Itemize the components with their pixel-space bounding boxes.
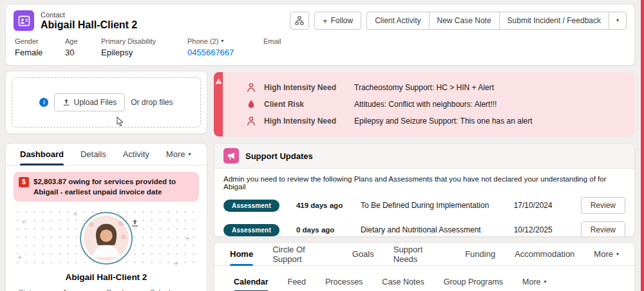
- alert-category: Client Risk: [264, 100, 346, 109]
- hierarchy-icon: [295, 16, 304, 25]
- assessment-badge: Assessment: [223, 200, 279, 212]
- high-intensity-need-icon: [246, 116, 256, 126]
- tab-circle-of-support[interactable]: Circle Of Support: [272, 243, 333, 265]
- upload-icon: [62, 99, 70, 106]
- alert-row[interactable]: High Intensity Need Epilepsy and Seizure…: [246, 116, 625, 126]
- avatar[interactable]: [84, 216, 129, 261]
- header-top-row: Contact Abigail Hall-Client 2 + Follow C…: [6, 5, 634, 32]
- more-actions-dropdown-button[interactable]: ▾: [609, 12, 627, 30]
- update-row: Assessment 419 days ago To Be Defined Du…: [214, 193, 634, 218]
- review-button[interactable]: Review: [581, 197, 625, 214]
- alert-row[interactable]: Client Risk Attitudes: Conflict with nei…: [246, 99, 625, 109]
- tab-support-needs[interactable]: Support Needs: [393, 243, 446, 265]
- subtab-group-programs[interactable]: Group Programs: [444, 272, 503, 291]
- plus-icon: +: [323, 17, 328, 25]
- follow-button[interactable]: + Follow: [314, 12, 361, 30]
- support-updates-description: Admin you need to review the following P…: [214, 169, 634, 193]
- tab-home[interactable]: Home: [230, 243, 253, 265]
- profile-name: Abigail Hall-Client 2: [6, 272, 207, 282]
- support-updates-header: Support Updates: [214, 144, 634, 169]
- field-value: Female: [15, 48, 65, 57]
- screen-edge-indicator: [641, 0, 644, 291]
- alert-text: Tracheostomy Support: HC > HIN + Alert: [354, 83, 494, 92]
- field-value: 30: [65, 48, 101, 57]
- chevron-down-icon: ▾: [616, 18, 619, 23]
- subtab-processes[interactable]: Processes: [325, 272, 363, 291]
- file-dropzone[interactable]: i Upload Files Or drop files: [12, 77, 201, 127]
- info-icon[interactable]: i: [39, 98, 48, 107]
- profile-tabs: Dashboard Details Activity More ▾: [6, 144, 207, 165]
- hierarchy-button[interactable]: [290, 12, 309, 30]
- tab-more-label: More: [594, 249, 613, 259]
- tab-more[interactable]: More ▾: [594, 243, 619, 265]
- alert-category: High Intensity Need: [264, 83, 346, 92]
- subtab-feed[interactable]: Feed: [288, 272, 307, 291]
- tab-accommodation[interactable]: Accommodation: [515, 243, 574, 265]
- update-name: To Be Defined During Implementation: [361, 201, 514, 210]
- chevron-down-icon[interactable]: ▾: [221, 39, 223, 44]
- contact-icon: [14, 10, 34, 31]
- tab-funding[interactable]: Funding: [465, 243, 495, 265]
- alert-row[interactable]: High Intensity Need Tracheostomy Support…: [246, 82, 625, 93]
- avatar-ring: [80, 212, 133, 265]
- follow-button-label: Follow: [330, 16, 353, 25]
- tab-details[interactable]: Details: [80, 144, 106, 165]
- phone-link[interactable]: 0455667667: [187, 48, 263, 57]
- field-label: Gender: [15, 37, 65, 45]
- chevron-down-icon: ▾: [616, 252, 619, 257]
- record-tabs-card: Home Circle Of Support Goals Support Nee…: [214, 242, 635, 291]
- avatar-zone: + + + + +: [14, 208, 199, 268]
- update-date: 10/12/2025: [514, 225, 581, 234]
- update-name: Dietary and Nutritional Assessment: [361, 225, 514, 234]
- stat-status: Status: [19, 288, 62, 291]
- tab-dashboard[interactable]: Dashboard: [20, 144, 64, 165]
- client-alerts-panel: High Intensity Need Tracheostomy Support…: [214, 72, 635, 136]
- alert-strip: [214, 72, 223, 136]
- stat-age: Age 30: [62, 288, 106, 291]
- update-row: Assessment 0 days ago Dietary and Nutrit…: [214, 218, 634, 237]
- stat-label: Age: [62, 288, 106, 291]
- record-subtabs: Calendar Feed Processes Case Notes Group…: [227, 272, 621, 291]
- client-activity-button[interactable]: Client Activity: [366, 12, 428, 30]
- submit-incident-feedback-button[interactable]: Submit Incident / Feedback: [499, 12, 609, 30]
- highlight-fields-row: Gender Female Age 30 Primary Disability …: [6, 32, 634, 57]
- plus-decoration: +: [73, 209, 78, 219]
- record-subtabs-wrap: Calendar Feed Processes Case Notes Group…: [227, 272, 621, 291]
- plus-decoration: +: [185, 234, 190, 243]
- stat-gender: Gender Female: [106, 288, 150, 291]
- header-actions: + Follow Client Activity New Case Note S…: [290, 12, 627, 30]
- subtab-more-label: More: [522, 277, 540, 286]
- avatar-upload-icon[interactable]: [131, 218, 139, 230]
- field-value: Epilepsy: [101, 48, 187, 57]
- new-case-note-button[interactable]: New Case Note: [429, 12, 499, 30]
- tab-goals[interactable]: Goals: [352, 243, 374, 265]
- subtab-case-notes[interactable]: Case Notes: [382, 272, 424, 291]
- invoice-alert-icon: $: [19, 177, 29, 187]
- page-title: Abigail Hall-Client 2: [41, 19, 137, 31]
- contact-header-card: Contact Abigail Hall-Client 2 + Follow C…: [5, 4, 635, 66]
- tab-more[interactable]: More ▾: [166, 144, 191, 165]
- file-upload-card: i Upload Files Or drop files: [5, 71, 207, 134]
- support-updates-card: Support Updates Admin you need to review…: [214, 143, 635, 237]
- upload-files-label: Upload Files: [73, 98, 117, 107]
- high-intensity-need-icon: [246, 82, 256, 93]
- field-label: Email: [263, 37, 328, 45]
- subtab-calendar[interactable]: Calendar: [234, 272, 269, 291]
- review-button[interactable]: Review: [581, 221, 625, 237]
- phone-label: Phone (2): [187, 37, 218, 45]
- alert-text: Epilepsy and Seizure Support: This one h…: [354, 117, 533, 126]
- chevron-down-icon: ▾: [544, 279, 547, 285]
- stat-label: Suburb: [150, 288, 194, 291]
- subtab-more[interactable]: More ▾: [522, 272, 547, 291]
- update-age: 419 days ago: [296, 202, 361, 209]
- announcement-icon: [223, 148, 239, 164]
- chevron-down-icon: ▾: [188, 152, 191, 157]
- alert-category: High Intensity Need: [264, 117, 346, 126]
- field-gender: Gender Female: [15, 37, 65, 57]
- plus-decoration: +: [17, 252, 23, 262]
- plus-decoration: +: [21, 217, 26, 227]
- update-date: 17/10/2024: [514, 201, 581, 210]
- drop-files-hint: Or drop files: [131, 98, 173, 107]
- tab-activity[interactable]: Activity: [123, 144, 149, 165]
- upload-files-button[interactable]: Upload Files: [54, 93, 125, 111]
